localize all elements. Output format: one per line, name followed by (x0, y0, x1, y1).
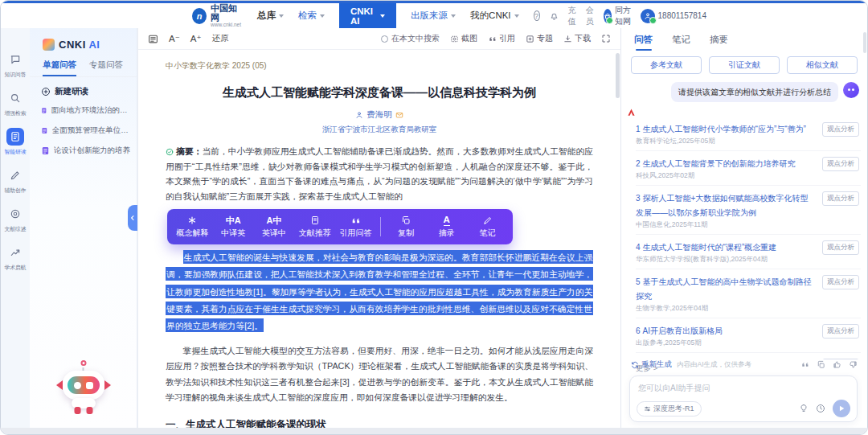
result-title[interactable]: 生成式人工智能背景下的创新能力培养研究 (643, 159, 796, 168)
author-name[interactable]: 费海明 (366, 109, 392, 121)
thumbs-up-icon[interactable] (833, 360, 841, 369)
tab-summary[interactable]: 摘要 (710, 34, 728, 51)
screenshot-button[interactable]: 截图 (450, 33, 477, 44)
regenerate-button[interactable]: 重新生成 (631, 359, 672, 370)
result-row[interactable]: 1生成式人工智能时代小学教师的“应为”与“善为” 教育科学论坛,2025年05期… (636, 117, 861, 151)
ai-assistant-panel: 问答 笔记 摘要 参考文献 引证文献 相似文献 请提供该篇文章的相似文献并进行分… (621, 28, 867, 428)
author-line[interactable]: 费海明 (166, 109, 593, 121)
rail-item-smart-reading[interactable]: 智能研读 (2, 128, 28, 156)
citations-button[interactable]: 引证文献 (709, 56, 780, 74)
result-number: 3 (636, 194, 641, 203)
similar-literature-button[interactable]: 相似文献 (787, 56, 858, 74)
result-title[interactable]: 探析人工智能+大数据如何赋能高校数字化转型发展——以鄂尔多斯职业学院为例 (636, 194, 808, 217)
result-title[interactable]: 生成式人工智能时代的“课程”概念重建 (643, 243, 777, 252)
author-affiliation[interactable]: 浙江省宁波市江北区教育局教研室 (166, 125, 593, 135)
bell-icon[interactable] (549, 10, 559, 21)
result-row[interactable]: 6AI开启教育出版新格局 出版参考,2025年05期 观点分析 (636, 318, 861, 353)
body-paragraph: 掌握生成式人工智能大模型的交互方法容易，但要用好、用深，绝非一日之功。如何才能从… (166, 343, 593, 406)
result-row[interactable]: 3探析人工智能+大数据如何赋能高校数字化转型发展——以鄂尔多斯职业学院为例 中国… (636, 186, 861, 235)
deepthink-icon (644, 405, 651, 412)
nav-cnki-ai[interactable]: CNKI AI (339, 3, 396, 28)
result-title[interactable]: AI开启教育出版新格局 (643, 326, 723, 335)
concept-explain-button[interactable]: 概念解释 (176, 215, 208, 239)
send-button[interactable] (833, 400, 850, 417)
text-selection[interactable]: 生成式人工智能的诞生与快速发展，对社会与教育的影响是极为深远的。教育部部长怀进鹏… (166, 250, 593, 333)
nav-zongku[interactable]: 总库 (257, 10, 284, 22)
viewpoint-analysis-button[interactable]: 观点分析 (822, 122, 859, 137)
tab-notes[interactable]: 笔记 (672, 34, 690, 51)
document-pane: A⁻ A⁺ 还原 在本文中搜索 截图 引用 专题 (137, 28, 621, 428)
sidebar-doc-item[interactable]: 全面预算管理在单位财务管… (30, 121, 137, 141)
sidebar-doc-label: 论设计创新能力的培养 (54, 146, 130, 156)
tab-topic-qa[interactable]: 专题问答 (89, 60, 123, 76)
result-title[interactable]: 基于生成式人工智能的高中生物学试题命制路径探究 (636, 277, 812, 301)
user-account-badge[interactable]: 18801157814 (641, 9, 706, 23)
new-reading-button[interactable]: 新建研读 (30, 77, 137, 101)
literature-recommend-button[interactable]: 文献推荐 (299, 215, 331, 239)
restore-button[interactable]: 还原 (212, 33, 229, 44)
selected-paragraph: 生成式人工智能的诞生与快速发展，对社会与教育的影响是极为深远的。教育部部长怀进鹏… (166, 248, 593, 334)
result-row[interactable]: 2生成式人工智能背景下的创新能力培养研究 科技风,2025年02期 观点分析 (636, 151, 861, 186)
toolbar-divider (380, 217, 381, 236)
copy-button[interactable]: 复制 (390, 215, 422, 239)
sidebar-collapse-handle[interactable] (128, 205, 137, 231)
rail-item-literature-review[interactable]: 文献综述 (2, 205, 28, 233)
outline-icon[interactable] (148, 34, 158, 44)
help-icon[interactable]: ? (534, 10, 540, 21)
mail-icon (395, 111, 403, 119)
note-button[interactable]: 笔记 (472, 215, 504, 239)
result-row[interactable]: 4生成式人工智能时代的“课程”概念重建 华东师范大学学报(教育科学版),2025… (636, 235, 861, 269)
copy-response-icon[interactable] (817, 360, 825, 369)
refresh-icon (631, 361, 639, 369)
result-title[interactable]: 生成式人工智能时代小学教师的“应为”与“善为” (643, 125, 806, 133)
cnki-logo[interactable]: n 中国知网 www.cnki.net (192, 3, 243, 28)
zh-to-en-button[interactable]: 中A 中译英 (217, 215, 249, 239)
panel-scrollbar-thumb[interactable] (863, 32, 866, 53)
thumbs-down-icon[interactable] (849, 360, 858, 369)
result-row[interactable]: 7人工智能领域机器人视觉专业人才培养模式探索 广东职业技术教育,2025年04期… (636, 353, 861, 359)
nav-my-cnki[interactable]: 我的CNKI (470, 10, 518, 22)
nav-search[interactable]: 检索 (298, 10, 325, 22)
ai-mascot[interactable] (58, 360, 109, 418)
tab-qa[interactable]: 问答 (634, 34, 653, 51)
deep-think-toggle[interactable]: 深度思考-R1 (637, 401, 702, 417)
search-in-text[interactable]: 在本文中搜索 (381, 33, 440, 44)
rail-item-assisted-writing[interactable]: 辅助创作 (2, 166, 28, 195)
bulb-icon[interactable] (799, 404, 809, 413)
member-link[interactable]: 会员 (586, 5, 595, 27)
document-scrollbar-thumb[interactable] (616, 53, 620, 98)
topic-button[interactable]: 专题 (526, 33, 553, 44)
quote-qa-button[interactable]: 引用问答 (339, 215, 371, 239)
download-button[interactable]: 下载 (563, 33, 591, 44)
viewpoint-analysis-button[interactable]: 观点分析 (822, 157, 859, 171)
abstract-paragraph: 摘要：当前，中小学教师应用生成式人工智能辅助备课已渐成趋势。然而，大多数教师对生… (166, 144, 593, 203)
recharge-link[interactable]: 充值 (568, 5, 577, 27)
rail-item-enhanced-search[interactable]: 增强检索 (2, 89, 28, 117)
nav-publish-source[interactable]: 出版来源 (411, 10, 456, 22)
extract-button[interactable]: A 摘录 (431, 215, 463, 239)
font-increase-button[interactable]: A⁺ (190, 33, 202, 44)
en-to-zh-button[interactable]: A中 英译中 (258, 215, 290, 239)
fullscreen-icon[interactable] (601, 34, 611, 43)
viewpoint-analysis-button[interactable]: 观点分析 (822, 240, 859, 255)
references-button[interactable]: 参考文献 (631, 56, 702, 74)
font-decrease-button[interactable]: A⁻ (169, 33, 180, 44)
cite-response-icon[interactable] (800, 360, 809, 369)
rail-item-academic-trend[interactable]: 学术启航 (2, 244, 28, 272)
result-number: 2 (636, 159, 641, 168)
journal-source[interactable]: 中小学数字化教学 2025 (05) (166, 60, 593, 72)
cite-button[interactable]: 引用 (488, 33, 515, 44)
sidebar-doc-item[interactable]: 论设计创新能力的培养 (30, 141, 137, 161)
brand-url: www.cnki.net (211, 23, 243, 28)
org-account-badge[interactable]: 同方知网 (604, 5, 632, 27)
viewpoint-analysis-button[interactable]: 观点分析 (822, 275, 859, 289)
viewpoint-analysis-button[interactable]: 观点分析 (822, 191, 859, 206)
result-row[interactable]: 5基于生成式人工智能的高中生物学试题命制路径探究 生物学教学,2025年04期 … (636, 269, 861, 318)
tab-single-paper-qa[interactable]: 单篇问答 (43, 60, 76, 76)
rail-item-knowledge-qa[interactable]: 知识问答 (2, 51, 28, 79)
sidebar-doc-item[interactable]: 面向地方环境法治的数据一般性… (30, 101, 137, 121)
user-icon (641, 9, 655, 23)
history-icon[interactable] (816, 404, 825, 413)
viewpoint-analysis-button[interactable]: 观点分析 (822, 324, 859, 339)
chat-input-box[interactable]: 您可以向AI助手提问 深度思考-R1 (629, 375, 858, 422)
